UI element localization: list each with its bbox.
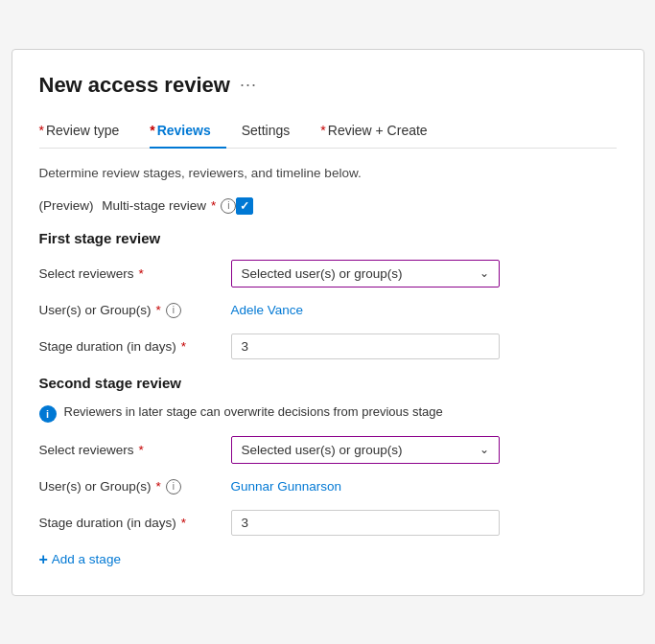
second-stage-select-reviewers-row: Select reviewers * Selected user(s) or g… [39,436,617,464]
second-stage-users-groups-row: User(s) or Group(s) * i Gunnar Gunnarson [39,479,617,494]
second-stage-duration-row: Stage duration (in days) * [39,510,617,536]
second-stage-user-link[interactable]: Gunnar Gunnarson [231,479,342,494]
tab-settings[interactable]: Settings [242,115,306,148]
users-groups-info-icon[interactable]: i [166,303,181,318]
multi-stage-info-icon[interactable]: i [221,198,236,214]
add-stage-button[interactable]: + Add a stage [39,551,617,568]
multi-stage-label: (Preview) Multi-stage review * i [39,198,237,214]
second-stage-info-banner: i Reviewers in later stage can overwrite… [39,404,617,423]
page-title: New access review [39,73,230,98]
section-description: Determine review stages, reviewers, and … [39,166,617,180]
preview-prefix: (Preview) [39,198,98,213]
users-groups-info-icon-2[interactable]: i [166,479,181,494]
first-stage-users-groups-label: User(s) or Group(s) * i [39,303,231,318]
second-stage-select-reviewers-label: Select reviewers * [39,443,231,457]
second-stage-section: Second stage review i Reviewers in later… [39,375,617,536]
plus-icon: + [39,551,48,568]
chevron-down-icon: ⌄ [480,443,489,456]
second-stage-users-groups-label: User(s) or Group(s) * i [39,479,231,494]
first-stage-heading: First stage review [39,230,617,246]
title-row: New access review ··· [39,73,617,98]
required-star: * [320,123,325,138]
more-options-icon[interactable]: ··· [240,75,257,95]
required-star: * [211,198,216,213]
required-star: * [39,123,44,138]
multi-stage-checkbox[interactable] [236,197,253,215]
first-stage-duration-input[interactable] [231,334,500,359]
tab-review-create[interactable]: *Review + Create [320,115,442,148]
required-star: * [181,339,186,354]
first-stage-duration-row: Stage duration (in days) * [39,334,617,359]
required-star: * [181,516,186,530]
second-stage-heading: Second stage review [39,375,617,391]
tab-review-type[interactable]: *Review type [39,115,135,148]
required-star: * [156,479,161,494]
tabs-nav: *Review type *Reviews Settings *Review +… [39,115,617,149]
second-stage-info-text: Reviewers in later stage can overwrite d… [64,404,443,419]
first-stage-select-reviewers-label: Select reviewers * [39,266,231,281]
required-star: * [156,303,161,317]
multi-stage-row: (Preview) Multi-stage review * i [39,197,617,215]
first-stage-select-reviewers-row: Select reviewers * Selected user(s) or g… [39,260,617,288]
required-star: * [139,266,144,281]
second-stage-reviewers-dropdown[interactable]: Selected user(s) or group(s) ⌄ [231,436,500,464]
required-star: * [139,443,144,457]
required-star: * [150,123,154,138]
second-stage-duration-label: Stage duration (in days) * [39,516,231,530]
first-stage-section: First stage review Select reviewers * Se… [39,230,617,359]
tab-reviews[interactable]: *Reviews [150,115,226,148]
chevron-down-icon: ⌄ [480,266,489,280]
first-stage-duration-label: Stage duration (in days) * [39,339,231,354]
first-stage-user-link[interactable]: Adele Vance [231,303,304,317]
first-stage-users-groups-row: User(s) or Group(s) * i Adele Vance [39,303,617,318]
second-stage-duration-input[interactable] [231,510,500,536]
info-circle-icon: i [39,405,57,423]
first-stage-reviewers-dropdown[interactable]: Selected user(s) or group(s) ⌄ [231,260,500,288]
new-access-review-card: New access review ··· *Review type *Revi… [12,49,644,596]
